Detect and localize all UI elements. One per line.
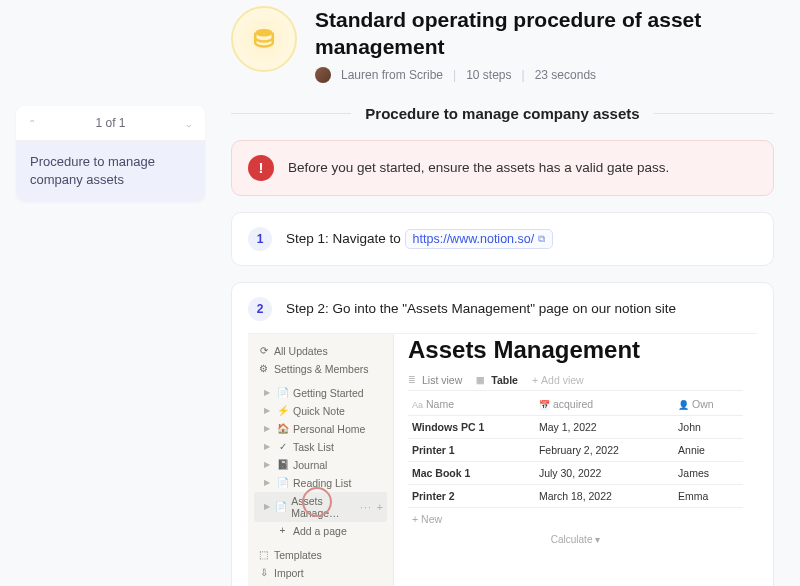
notion-page: ▶📓Journal	[254, 456, 387, 474]
notion-title: Assets Management	[408, 336, 743, 364]
step-number: 2	[248, 297, 272, 321]
toc-prev[interactable]: ⌃	[28, 118, 36, 129]
toc-counter: 1 of 1	[95, 116, 125, 130]
doc-meta: Lauren from Scribe | 10 steps | 23 secon…	[315, 67, 774, 83]
table-row: Printer 1February 2, 2022Annie	[408, 438, 743, 461]
more-icon: ···	[360, 501, 372, 513]
notion-add-page: +Add a page	[254, 522, 387, 540]
alert-icon: !	[248, 155, 274, 181]
list-view-tab: ≣List view	[408, 374, 462, 386]
external-link-icon: ⧉	[538, 233, 545, 245]
toc-sidebar: ⌃ 1 of 1 ⌃ Procedure to manage company a…	[0, 0, 205, 586]
toc-card: ⌃ 1 of 1 ⌃ Procedure to manage company a…	[16, 106, 205, 201]
step-screenshot: ⟳All Updates ⚙Settings & Members ▶📄Getti…	[248, 333, 757, 586]
step-1-link[interactable]: https://www.notion.so/ ⧉	[405, 229, 554, 249]
notion-page: ▶📄Getting Started	[254, 384, 387, 402]
notion-page: ▶✓Task List	[254, 438, 387, 456]
author-avatar	[315, 67, 331, 83]
svg-point-0	[255, 29, 273, 37]
coins-icon	[249, 24, 279, 54]
plus-icon: +	[377, 501, 383, 513]
notion-page: ▶📄Reading List	[254, 474, 387, 492]
alert-card: ! Before you get started, ensure the ass…	[231, 140, 774, 196]
notion-view-tabs: ≣List view ▦Table + Add view	[408, 374, 743, 391]
notion-templates: ⬚Templates	[254, 546, 387, 564]
step-1-card: 1 Step 1: Navigate to https://www.notion…	[231, 212, 774, 266]
notion-new-row: + New	[408, 508, 743, 530]
notion-table: AaName 📅acquired 👤Own Windows PC 1May 1,…	[408, 393, 743, 508]
doc-header: Standard operating procedure of asset ma…	[231, 6, 774, 83]
toc-item[interactable]: Procedure to manage company assets	[16, 141, 205, 201]
step-count: 10 steps	[466, 68, 511, 82]
doc-title: Standard operating procedure of asset ma…	[315, 6, 774, 61]
step-2-text: Step 2: Go into the "Assets Management" …	[286, 301, 676, 316]
notion-settings: ⚙Settings & Members	[254, 360, 387, 378]
step-number: 1	[248, 227, 272, 251]
notion-trash: 🗑Trash	[254, 582, 387, 586]
notion-import: ⇩Import	[254, 564, 387, 582]
table-row: Printer 2March 18, 2022Emma	[408, 484, 743, 507]
step-2-card: 2 Step 2: Go into the "Assets Management…	[231, 282, 774, 586]
notion-calculate: Calculate ▾	[408, 530, 743, 549]
add-view-tab: + Add view	[532, 374, 584, 386]
notion-sidebar: ⟳All Updates ⚙Settings & Members ▶📄Getti…	[248, 334, 394, 586]
notion-page-selected: ▶📄Assets Manage…··· +	[254, 492, 387, 522]
notion-main: Assets Management ≣List view ▦Table + Ad…	[394, 334, 757, 586]
main-content: Standard operating procedure of asset ma…	[205, 0, 800, 586]
toc-next[interactable]: ⌃	[185, 118, 193, 129]
notion-page: ▶🏠Personal Home	[254, 420, 387, 438]
section-divider: Procedure to manage company assets	[231, 105, 774, 122]
table-view-tab: ▦Table	[476, 374, 518, 386]
step-1-text: Step 1: Navigate to	[286, 231, 401, 246]
section-title: Procedure to manage company assets	[351, 105, 653, 122]
notion-all-updates: ⟳All Updates	[254, 342, 387, 360]
author-name: Lauren from Scribe	[341, 68, 443, 82]
notion-page: ▶⚡Quick Note	[254, 402, 387, 420]
duration: 23 seconds	[535, 68, 596, 82]
alert-text: Before you get started, ensure the asset…	[288, 160, 669, 175]
doc-icon	[231, 6, 297, 72]
table-row: Mac Book 1July 30, 2022James	[408, 461, 743, 484]
table-row: Windows PC 1May 1, 2022John	[408, 415, 743, 438]
